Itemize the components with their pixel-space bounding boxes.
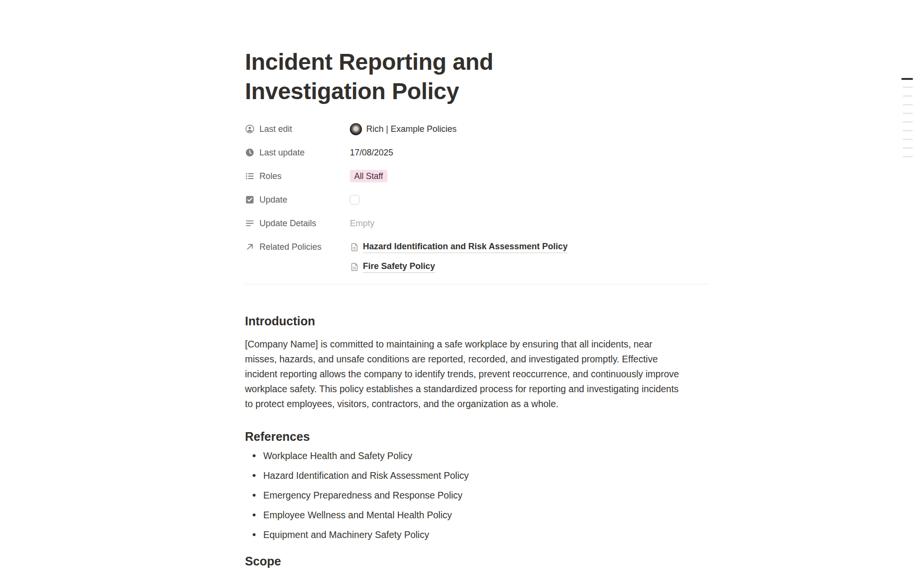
toc-bar[interactable] — [903, 87, 913, 88]
toc-indicator[interactable] — [901, 78, 913, 165]
toc-bar[interactable] — [903, 147, 913, 149]
property-row-last-edit[interactable]: Last edit Rich | Example Policies — [245, 123, 708, 135]
user-name: Rich | Example Policies — [366, 123, 457, 135]
page-icon — [350, 243, 359, 252]
property-value-last-edit[interactable]: Rich | Example Policies — [350, 123, 457, 135]
list-item[interactable]: Equipment and Machinery Safety Policy — [245, 528, 708, 541]
page-icon — [350, 262, 359, 271]
list-item[interactable]: Workplace Health and Safety Policy — [245, 449, 708, 462]
text-lines-icon — [245, 218, 255, 228]
property-label-roles[interactable]: Roles — [245, 170, 350, 182]
related-policy-links: Hazard Identification and Risk Assessmen… — [350, 241, 567, 273]
date-value: 17/08/2025 — [350, 146, 393, 159]
related-policy-link[interactable]: Hazard Identification and Risk Assessmen… — [350, 241, 567, 253]
toc-bar[interactable] — [903, 95, 913, 97]
toc-bar-active[interactable] — [901, 78, 913, 80]
checkbox-icon — [245, 195, 255, 205]
heading-references[interactable]: References — [245, 429, 708, 445]
heading-introduction[interactable]: Introduction — [245, 313, 708, 329]
list-item[interactable]: Emergency Preparedness and Response Poli… — [245, 489, 708, 501]
person-circle-icon — [245, 124, 255, 134]
introduction-paragraph[interactable]: [Company Name] is committed to maintaini… — [245, 337, 685, 411]
property-row-update-details[interactable]: Update Details Empty — [245, 217, 708, 230]
related-policy-link-label[interactable]: Fire Safety Policy — [363, 260, 435, 273]
property-row-update[interactable]: Update — [245, 193, 708, 206]
roles-tag[interactable]: All Staff — [350, 170, 387, 182]
heading-scope[interactable]: Scope — [245, 553, 708, 569]
user-avatar — [350, 123, 362, 135]
toc-bar[interactable] — [903, 130, 913, 131]
toc-bar[interactable] — [903, 156, 913, 157]
toc-bar[interactable] — [903, 113, 913, 114]
toc-bar[interactable] — [903, 104, 913, 105]
toc-bar[interactable] — [903, 121, 913, 123]
property-row-related-policies[interactable]: Related Policies Hazard Identification a… — [245, 241, 708, 273]
property-label-last-edit[interactable]: Last edit — [245, 123, 350, 135]
page-title[interactable]: Incident Reporting and Investigation Pol… — [245, 47, 582, 106]
bulleted-list-icon — [245, 171, 255, 181]
property-name: Update Details — [259, 217, 316, 230]
list-item[interactable]: Employee Wellness and Mental Health Poli… — [245, 509, 708, 521]
property-label-related-policies[interactable]: Related Policies — [245, 241, 350, 253]
property-name: Roles — [259, 170, 282, 182]
property-label-update-details[interactable]: Update Details — [245, 217, 350, 230]
property-name: Related Policies — [259, 241, 321, 253]
toc-bar[interactable] — [903, 139, 913, 140]
list-item[interactable]: Hazard Identification and Risk Assessmen… — [245, 469, 708, 482]
update-checkbox[interactable] — [350, 195, 359, 205]
related-policy-link-label[interactable]: Hazard Identification and Risk Assessmen… — [363, 241, 567, 253]
property-row-roles[interactable]: Roles All Staff — [245, 170, 708, 182]
empty-placeholder: Empty — [350, 217, 374, 230]
page-content: Incident Reporting and Investigation Pol… — [245, 0, 708, 569]
properties-panel: Last edit Rich | Example Policies Last u… — [245, 123, 708, 273]
related-policy-link[interactable]: Fire Safety Policy — [350, 260, 567, 273]
arrow-up-right-icon — [245, 242, 255, 252]
property-label-last-update[interactable]: Last update — [245, 146, 350, 159]
property-value-update — [350, 195, 359, 205]
property-name: Last update — [259, 146, 305, 159]
references-list: Workplace Health and Safety Policy Hazar… — [245, 449, 708, 541]
property-row-last-update[interactable]: Last update 17/08/2025 — [245, 146, 708, 159]
section-divider — [245, 284, 708, 284]
property-value-update-details[interactable]: Empty — [350, 217, 374, 230]
property-value-related-policies: Hazard Identification and Risk Assessmen… — [350, 241, 567, 273]
property-name: Last edit — [259, 123, 292, 135]
property-value-roles[interactable]: All Staff — [350, 170, 387, 182]
property-value-last-update[interactable]: 17/08/2025 — [350, 146, 393, 159]
property-label-update[interactable]: Update — [245, 193, 350, 206]
notion-page: { "doc": { "title": "Incident Reporting … — [0, 0, 924, 577]
clock-icon — [245, 148, 255, 157]
property-name: Update — [259, 193, 287, 206]
